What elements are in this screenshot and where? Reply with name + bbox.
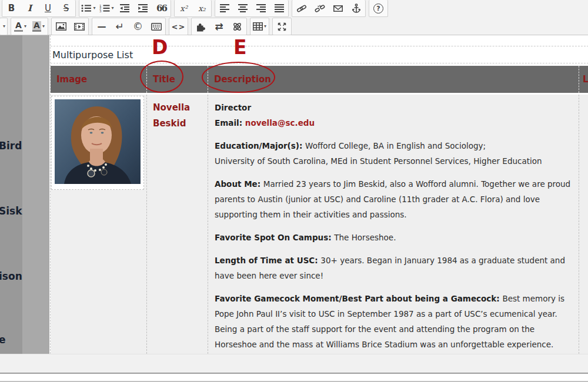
video-icon	[74, 23, 85, 31]
field-label: Length of Time at USC:	[215, 256, 320, 265]
field-label: Education/Major(s):	[215, 141, 305, 150]
field-value: Wofford College, BA in English and Socio…	[305, 141, 486, 150]
email-link[interactable]: novella@sc.edu	[245, 118, 315, 128]
email-button[interactable]	[329, 0, 347, 16]
group-table: ▾	[250, 18, 269, 35]
image-cell	[51, 95, 146, 354]
envelope-icon	[333, 5, 343, 12]
background-text-fragment: Bird	[0, 140, 22, 152]
group-basicstyles: B I U S	[2, 0, 76, 17]
insert-video-button[interactable]	[70, 18, 88, 35]
window-bottom-bar	[0, 374, 588, 381]
italic-button[interactable]: I	[21, 0, 39, 16]
editor-footer-strip	[0, 354, 588, 374]
group-media	[51, 18, 89, 35]
field-label: Favorite Spot On Campus:	[215, 233, 334, 242]
anchor-button[interactable]	[347, 0, 365, 16]
background-text-fragment: Sisk	[0, 205, 22, 217]
group-source: <>	[169, 18, 188, 35]
superscript-button[interactable]: x²	[175, 0, 193, 16]
unlink-icon	[315, 5, 325, 12]
special-char-button[interactable]: ©	[129, 18, 147, 35]
person-first-name: Novella	[153, 100, 208, 116]
field-label: Director	[215, 103, 251, 112]
group-lists: ▾ 123 ▾ 66	[79, 0, 171, 17]
media-repeat-button[interactable]: ⇄	[210, 18, 228, 35]
field-label: Favorite Gamecock Moment/Best Part about…	[215, 294, 502, 303]
caret-down-icon: ▾	[3, 24, 5, 29]
align-justify-icon	[275, 4, 284, 12]
form-template-button[interactable]	[147, 18, 165, 35]
group-help: ?	[369, 0, 388, 17]
atom-icon	[232, 22, 242, 32]
align-center-icon	[238, 4, 248, 12]
subscript-button[interactable]: x₂	[193, 0, 211, 16]
underline-button[interactable]: U	[39, 0, 57, 16]
horizontal-rule-button[interactable]: —	[92, 18, 111, 35]
profile-photo	[55, 99, 141, 184]
caret-down-icon: ▾	[93, 6, 95, 11]
svg-text:3: 3	[99, 9, 102, 12]
numbered-list-button[interactable]: 123 ▾	[98, 0, 116, 16]
blockquote-button[interactable]: 66	[152, 0, 171, 16]
description-cell: DirectorEmail: novella@sc.eduEducation/M…	[208, 95, 579, 354]
field-value: University of South Carolina, MEd in Stu…	[215, 156, 542, 166]
styles-dropdown-button[interactable]: ▾	[0, 18, 7, 35]
caret-down-icon: ▾	[24, 24, 26, 29]
group-insert: — ↵ ©	[92, 18, 166, 35]
editor-content-area[interactable]: Multipurpose List D E Image Title Descri…	[50, 35, 588, 354]
list-title-block[interactable]: Multipurpose List	[51, 46, 588, 63]
form-template-icon	[151, 23, 162, 31]
align-left-button[interactable]	[215, 0, 233, 16]
group-align	[215, 0, 289, 17]
caret-down-icon: ▾	[264, 24, 266, 29]
plugin-button[interactable]	[192, 18, 210, 35]
strikethrough-button[interactable]: S	[57, 0, 75, 16]
caret-down-icon: ▾	[111, 6, 113, 11]
header-cell-image: Image	[51, 66, 146, 93]
photo-frame[interactable]	[51, 96, 144, 190]
align-justify-button[interactable]	[270, 0, 288, 16]
align-center-button[interactable]	[233, 0, 252, 16]
source-button[interactable]: <>	[169, 18, 188, 35]
insert-image-button[interactable]	[52, 18, 70, 35]
toolbar-row-2: ▾ A ▾ A ▾ —	[0, 17, 588, 35]
background-color-button[interactable]: A ▾	[29, 18, 48, 35]
background-text-fragment: ison	[0, 270, 22, 282]
background-text-fragment: e	[0, 334, 6, 346]
puzzle-icon	[196, 22, 206, 32]
bullet-list-button[interactable]: ▾	[79, 0, 98, 16]
line-break-button[interactable]: ↵	[111, 18, 129, 35]
align-right-button[interactable]	[252, 0, 270, 16]
list-title: Multipurpose List	[52, 49, 133, 61]
toolbar-row-1: B I U S ▾ 123 ▾ 66	[0, 0, 588, 17]
align-left-icon	[220, 4, 229, 12]
indent-button[interactable]	[134, 0, 152, 16]
annotation-letter-e: E	[233, 37, 247, 58]
annotation-circle-title	[140, 61, 183, 93]
editor-workspace: Bird Sisk ison e Multipurpose List D E I…	[0, 35, 588, 354]
indent-icon	[138, 4, 148, 12]
outdent-button[interactable]	[116, 0, 134, 16]
maximize-icon	[278, 22, 286, 31]
outdent-icon	[120, 4, 130, 12]
cut-off-cell	[579, 95, 588, 354]
unlink-button[interactable]	[310, 0, 329, 16]
field-value: Married 23 years to Jim Beskid, also a W…	[215, 179, 570, 219]
table-button[interactable]: ▾	[250, 18, 269, 35]
annotation-circle-description	[202, 62, 275, 93]
link-button[interactable]	[292, 0, 310, 16]
background-color-icon: A	[32, 21, 41, 32]
bold-button[interactable]: B	[2, 0, 21, 16]
maximize-button[interactable]	[273, 18, 291, 35]
atom-button[interactable]	[228, 18, 246, 35]
bullet-list-icon	[81, 4, 92, 12]
help-button[interactable]: ?	[369, 0, 387, 16]
text-color-button[interactable]: A ▾	[11, 18, 29, 35]
description-text: DirectorEmail: novella@sc.eduEducation/M…	[215, 100, 573, 354]
numbered-list-icon: 123	[99, 4, 110, 12]
group-scripts: x² x₂	[174, 0, 212, 17]
table-header-row: Image Title Description L	[51, 66, 588, 93]
link-icon	[296, 5, 307, 12]
field-value: The Horseshoe.	[334, 233, 396, 242]
